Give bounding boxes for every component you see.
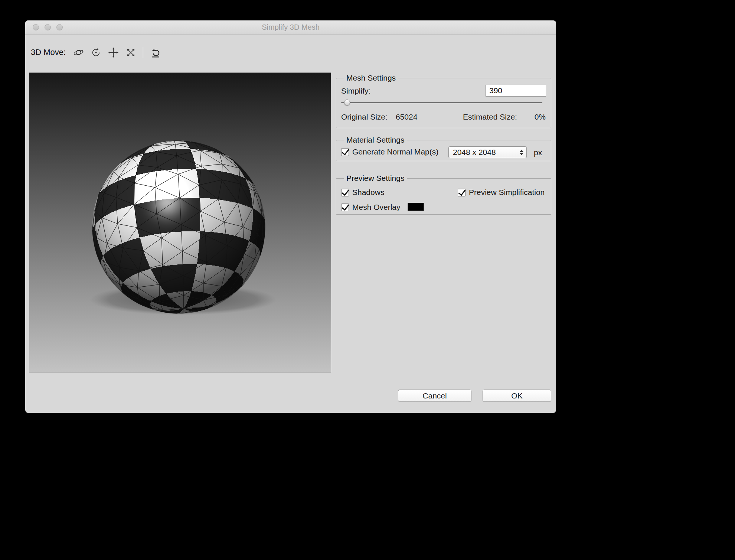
reset-camera-icon (150, 47, 161, 58)
roll-tool-icon[interactable] (89, 46, 102, 59)
ok-button-label: OK (511, 391, 522, 400)
preview-simplification-label: Preview Simplification (469, 188, 545, 197)
material-settings-title: Material Settings (344, 136, 407, 144)
material-settings-group: Material Settings Generate Normal Map(s)… (336, 140, 551, 161)
estimated-size-label: Estimated Size: (463, 113, 517, 121)
mesh-overlay-label: Mesh Overlay (352, 203, 401, 212)
traffic-lights (33, 24, 63, 30)
3d-preview-canvas[interactable] (29, 73, 331, 372)
slide-tool-icon[interactable] (124, 46, 137, 59)
shadows-checkbox[interactable] (341, 189, 349, 196)
shadows-label: Shadows (352, 188, 384, 197)
simplify-label: Simplify: (341, 87, 370, 95)
generate-normal-maps-checkbox[interactable] (341, 148, 349, 156)
px-unit-label: px (534, 148, 542, 157)
estimated-size-value: 0% (535, 113, 546, 121)
mesh-settings-title: Mesh Settings (344, 74, 398, 82)
dropdown-arrows-icon (520, 150, 523, 155)
3d-preview-viewport[interactable] (29, 72, 331, 372)
simplify-3d-mesh-dialog: Simplify 3D Mesh 3D Move: (25, 20, 556, 413)
preview-settings-group: Preview Settings Shadows Preview Simplif… (336, 178, 551, 215)
preview-simplification-checkbox[interactable] (458, 189, 466, 196)
shadows-row: Shadows (341, 188, 384, 197)
window-title: Simplify 3D Mesh (262, 23, 320, 32)
mesh-overlay-row: Mesh Overlay (341, 202, 401, 212)
mesh-overlay-color-swatch[interactable] (408, 203, 424, 211)
generate-normal-maps-row: Generate Normal Map(s) (341, 147, 438, 157)
cancel-button-label: Cancel (422, 391, 447, 400)
normal-map-size-value: 2048 x 2048 (453, 148, 496, 157)
original-size-label: Original Size: (341, 113, 388, 121)
simplify-slider-thumb[interactable] (344, 100, 350, 105)
generate-normal-maps-label: Generate Normal Map(s) (352, 147, 438, 156)
pan-tool-icon[interactable] (107, 46, 120, 59)
titlebar[interactable]: Simplify 3D Mesh (25, 20, 556, 35)
minimize-button[interactable] (45, 24, 51, 30)
simplify-input[interactable] (486, 85, 546, 97)
3d-move-label: 3D Move: (31, 48, 66, 57)
zoom-button[interactable] (56, 24, 63, 30)
3d-move-toolbar: 3D Move: (31, 45, 162, 60)
orbit-icon (73, 47, 84, 58)
normal-map-size-dropdown[interactable]: 2048 x 2048 (448, 146, 527, 158)
mesh-settings-group: Mesh Settings Simplify: Original Size: 6… (336, 78, 551, 128)
preview-settings-title: Preview Settings (344, 174, 407, 183)
ok-button[interactable]: OK (483, 390, 551, 402)
simplify-slider[interactable] (341, 99, 542, 106)
toolbar-divider (143, 47, 143, 58)
simplify-slider-track[interactable] (341, 102, 542, 103)
original-size-value: 65024 (396, 113, 417, 121)
roll-icon (91, 47, 101, 58)
close-button[interactable] (33, 24, 39, 30)
mesh-overlay-checkbox[interactable] (341, 204, 349, 211)
slide-icon (125, 47, 136, 58)
reset-camera-tool-icon[interactable] (149, 46, 162, 59)
cancel-button[interactable]: Cancel (398, 390, 471, 402)
pan-icon (108, 47, 119, 58)
orbit-tool-icon[interactable] (72, 46, 85, 59)
preview-simplification-row: Preview Simplification (458, 188, 545, 197)
